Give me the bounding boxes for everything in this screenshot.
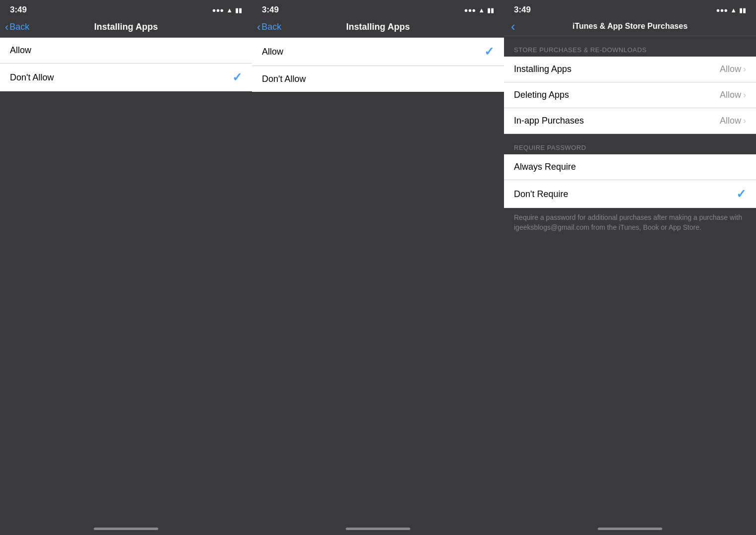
battery-icon-2: ▮▮ xyxy=(487,6,494,14)
panel-1: 3:49 ●●● ▲ ▮▮ ‹ Back Installing Apps All… xyxy=(0,0,252,535)
in-app-purchases-row[interactable]: In-app Purchases Allow › xyxy=(504,108,756,134)
in-app-purchases-label: In-app Purchases xyxy=(514,116,584,126)
status-bar-3: 3:49 ●●● ▲ ▮▮ xyxy=(504,0,756,18)
deleting-apps-value: Allow › xyxy=(720,90,746,100)
home-indicator-2 xyxy=(346,528,410,530)
status-time-1: 3:49 xyxy=(10,5,27,15)
dont-require-checkmark: ✓ xyxy=(736,187,746,201)
deleting-apps-label: Deleting Apps xyxy=(514,90,569,100)
settings-list-1: Allow Don't Allow ✓ xyxy=(0,38,252,91)
deleting-apps-chevron: › xyxy=(743,90,746,100)
home-indicator-1 xyxy=(94,528,158,530)
section-header-password: REQUIRE PASSWORD xyxy=(504,134,756,154)
status-icons-2: ●●● ▲ ▮▮ xyxy=(464,6,494,14)
dont-require-row[interactable]: Don't Require ✓ xyxy=(504,180,756,208)
panel-2: 3:49 ●●● ▲ ▮▮ ‹ Back Installing Apps All… xyxy=(252,0,504,535)
section-header-store: STORE PURCHASES & RE-DOWNLOADS xyxy=(504,36,756,57)
wifi-icon-3: ▲ xyxy=(730,6,737,14)
back-text-1: Back xyxy=(9,22,29,32)
back-button-1[interactable]: ‹ Back xyxy=(5,22,29,33)
allow-row-2[interactable]: Allow ✓ xyxy=(252,38,504,66)
password-footnote: Require a password for additional purcha… xyxy=(504,208,756,240)
signal-icon-1: ●●● xyxy=(212,6,224,14)
status-bar-2: 3:49 ●●● ▲ ▮▮ xyxy=(252,0,504,18)
installing-apps-value: Allow › xyxy=(720,64,746,74)
battery-icon-1: ▮▮ xyxy=(235,6,242,14)
store-rows: Installing Apps Allow › Deleting Apps Al… xyxy=(504,57,756,134)
dark-bg-1 xyxy=(0,91,252,535)
status-icons-1: ●●● ▲ ▮▮ xyxy=(212,6,242,14)
dark-bg-2 xyxy=(252,92,504,535)
always-require-row[interactable]: Always Require xyxy=(504,154,756,180)
status-bar-1: 3:49 ●●● ▲ ▮▮ xyxy=(0,0,252,18)
battery-icon-3: ▮▮ xyxy=(739,6,746,14)
nav-title-1: Installing Apps xyxy=(94,22,158,32)
nav-title-3: iTunes & App Store Purchases xyxy=(572,22,688,31)
status-time-2: 3:49 xyxy=(262,5,279,15)
installing-apps-value-text: Allow xyxy=(720,64,741,74)
signal-icon-3: ●●● xyxy=(716,6,728,14)
status-icons-3: ●●● ▲ ▮▮ xyxy=(716,6,746,14)
dont-allow-checkmark-1: ✓ xyxy=(232,70,242,84)
home-indicator-3 xyxy=(598,528,662,530)
signal-icon-2: ●●● xyxy=(464,6,476,14)
back-button-3[interactable]: ‹ xyxy=(511,20,515,33)
deleting-apps-row[interactable]: Deleting Apps Allow › xyxy=(504,82,756,108)
installing-apps-label: Installing Apps xyxy=(514,64,571,74)
back-chevron-1: ‹ xyxy=(5,22,8,33)
nav-bar-3: ‹ iTunes & App Store Purchases xyxy=(504,18,756,36)
dont-allow-row-1[interactable]: Don't Allow ✓ xyxy=(0,64,252,91)
wifi-icon-2: ▲ xyxy=(478,6,485,14)
status-time-3: 3:49 xyxy=(514,5,531,15)
dont-require-label: Don't Require xyxy=(514,189,568,200)
panel-3: 3:49 ●●● ▲ ▮▮ ‹ iTunes & App Store Purch… xyxy=(504,0,756,535)
nav-bar-2: ‹ Back Installing Apps xyxy=(252,18,504,38)
wifi-icon-1: ▲ xyxy=(226,6,233,14)
allow-label-1: Allow xyxy=(10,45,31,56)
allow-checkmark-2: ✓ xyxy=(484,45,494,59)
nav-title-2: Installing Apps xyxy=(346,22,410,32)
back-button-2[interactable]: ‹ Back xyxy=(257,22,281,33)
settings-list-2: Allow ✓ Don't Allow xyxy=(252,38,504,92)
dark-bg-3 xyxy=(504,240,756,535)
nav-bar-1: ‹ Back Installing Apps xyxy=(0,18,252,38)
deleting-apps-value-text: Allow xyxy=(720,90,741,100)
password-rows: Always Require Don't Require ✓ xyxy=(504,154,756,208)
always-require-label: Always Require xyxy=(514,162,576,172)
installing-apps-chevron: › xyxy=(743,64,746,74)
dont-allow-label-2: Don't Allow xyxy=(262,74,306,84)
allow-row-1[interactable]: Allow xyxy=(0,38,252,64)
dont-allow-row-2[interactable]: Don't Allow xyxy=(252,66,504,92)
installing-apps-row[interactable]: Installing Apps Allow › xyxy=(504,57,756,82)
in-app-purchases-value: Allow › xyxy=(720,116,746,126)
in-app-purchases-value-text: Allow xyxy=(720,116,741,126)
dont-allow-label-1: Don't Allow xyxy=(10,72,54,83)
back-chevron-2: ‹ xyxy=(257,22,260,33)
back-text-2: Back xyxy=(261,22,281,32)
allow-label-2: Allow xyxy=(262,47,283,57)
in-app-purchases-chevron: › xyxy=(743,116,746,126)
